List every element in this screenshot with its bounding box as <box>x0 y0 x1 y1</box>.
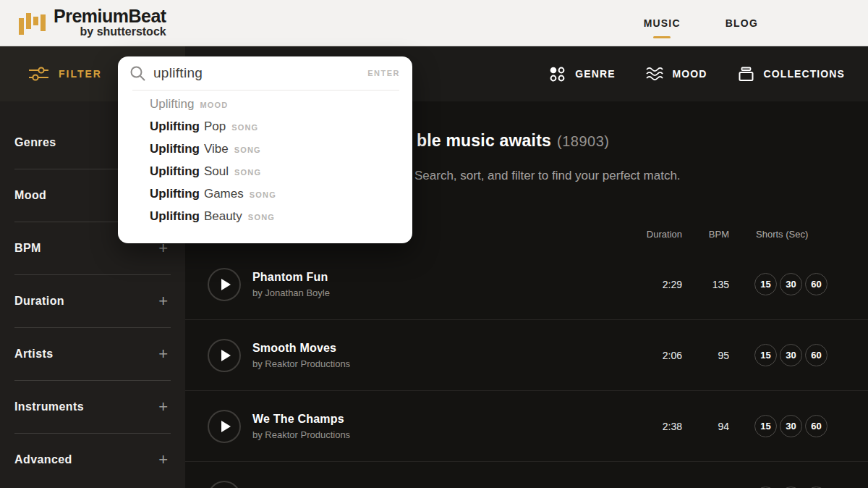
nav-music[interactable]: MUSIC <box>644 17 681 29</box>
suggestion-type-badge: SONG <box>234 168 261 177</box>
search-suggestion[interactable]: UpliftingGamesSONG <box>118 187 412 209</box>
nav-blog[interactable]: BLOG <box>726 17 758 29</box>
column-header-duration: Duration <box>617 229 682 240</box>
page-title: ble music awaits(18903) <box>417 131 609 151</box>
plus-icon[interactable]: + <box>158 346 168 362</box>
search-suggestion[interactable]: UpliftingMOOD <box>118 97 412 119</box>
sidebar-item-artists[interactable]: Artists+ <box>14 327 171 380</box>
collections-box-icon <box>738 67 754 82</box>
track-info: We The Champsby Reaktor Productions <box>252 413 350 440</box>
sidebar-item-duration[interactable]: Duration+ <box>14 274 171 327</box>
search-input[interactable]: uplifting <box>153 65 360 81</box>
track-row: Smooth Movesby Reaktor Productions2:0695… <box>185 320 868 391</box>
track-artist[interactable]: by Reaktor Productions <box>252 429 350 440</box>
collections-button[interactable]: COLLECTIONS <box>738 67 845 82</box>
track-duration: 2:06 <box>617 350 682 361</box>
brand-name: PremiumBeat <box>54 7 166 25</box>
shorts-cell: 153060 <box>729 415 827 437</box>
column-header-shorts: Shorts (Sec) <box>729 229 827 240</box>
genre-button[interactable]: GENRE <box>549 66 615 83</box>
suggestion-rest: Beauty <box>204 209 242 224</box>
search-suggestion[interactable]: UpliftingSoulSONG <box>118 164 412 187</box>
play-button[interactable] <box>208 268 241 301</box>
toolbar-actions: GENRE MOOD COLLECTIONS <box>549 46 845 101</box>
topbar-nav: MUSIC BLOG <box>644 0 758 46</box>
sidebar-item-label: Advanced <box>14 453 72 466</box>
suggestion-match: Uplifting <box>150 119 200 134</box>
sidebar-item-label: Duration <box>14 295 64 308</box>
suggestion-rest: Soul <box>204 164 229 179</box>
top-header: PremiumBeat by shutterstock MUSIC BLOG <box>0 0 868 46</box>
genre-grid-icon <box>549 66 566 83</box>
premiumbeat-logo[interactable]: PremiumBeat by shutterstock <box>19 7 166 38</box>
search-suggestion[interactable]: UpliftingVibeSONG <box>118 142 412 164</box>
equalizer-bars-icon <box>19 9 46 38</box>
track-duration: 2:38 <box>617 421 682 432</box>
play-icon <box>221 279 231 290</box>
brand-byline: by shutterstock <box>54 25 166 38</box>
mood-label: MOOD <box>673 68 707 80</box>
sidebar-item-instruments[interactable]: Instruments+ <box>14 380 171 433</box>
collections-label: COLLECTIONS <box>764 68 845 80</box>
search-icon <box>129 65 146 82</box>
shorts-option-button[interactable]: 30 <box>780 273 802 295</box>
sidebar-item-label: Genres <box>14 136 56 149</box>
shorts-option-button[interactable]: 30 <box>780 415 802 437</box>
column-header-bpm: BPM <box>682 229 729 240</box>
sidebar-item-advanced[interactable]: Advanced+ <box>14 433 171 486</box>
shorts-option-button[interactable]: 60 <box>805 415 827 437</box>
track-title[interactable]: Phantom Fun <box>252 271 330 284</box>
mood-button[interactable]: MOOD <box>646 67 707 81</box>
track-main-cell: Smooth Movesby Reaktor Productions <box>208 339 617 372</box>
track-bpm: 94 <box>682 421 729 432</box>
shorts-option-button[interactable]: 15 <box>754 344 777 366</box>
suggestion-type-badge: SONG <box>250 190 276 199</box>
track-title[interactable]: We The Champs <box>252 413 350 426</box>
shorts-option-button[interactable]: 60 <box>805 273 827 295</box>
premiumbeat-page: PremiumBeat by shutterstock MUSIC BLOG F… <box>0 0 868 488</box>
track-main-cell: We The Champsby Reaktor Productions <box>208 410 617 443</box>
suggestion-match: Uplifting <box>150 209 200 224</box>
genre-label: GENRE <box>575 68 615 80</box>
track-artist[interactable]: by Jonathan Boyle <box>252 287 330 298</box>
track-bpm: 95 <box>682 350 729 361</box>
shorts-option-button[interactable]: 15 <box>754 415 777 437</box>
play-button[interactable] <box>208 339 241 372</box>
plus-icon[interactable]: + <box>158 452 168 468</box>
search-input-row[interactable]: uplifting ENTER <box>118 56 412 90</box>
shorts-cell: 153060 <box>729 344 827 366</box>
sidebar-item-label: BPM <box>14 242 41 255</box>
filter-button[interactable]: FILTER <box>29 46 102 101</box>
search-suggestion[interactable]: UpliftingPopSONG <box>118 119 412 142</box>
shorts-option-button[interactable]: 60 <box>805 344 827 366</box>
suggestion-rest: Games <box>204 187 244 201</box>
play-button[interactable] <box>208 481 241 488</box>
plus-icon[interactable]: + <box>158 399 168 415</box>
suggestion-match: Uplifting <box>150 97 194 112</box>
shorts-option-button[interactable]: 15 <box>754 273 777 295</box>
suggestion-match: Uplifting <box>150 187 200 201</box>
shorts-option-button[interactable]: 30 <box>780 344 802 366</box>
mood-waves-icon <box>646 67 663 81</box>
sidebar-item-label: Instruments <box>14 400 84 413</box>
suggestion-type-badge: MOOD <box>200 101 228 109</box>
track-row: We The Champsby Reaktor Productions2:389… <box>185 391 868 462</box>
play-icon <box>221 350 231 361</box>
suggestion-type-badge: SONG <box>234 146 261 154</box>
sidebar-item-label: Artists <box>14 348 53 361</box>
play-button[interactable] <box>208 410 241 443</box>
sidebar-item-label: Mood <box>14 189 46 202</box>
filter-label: FILTER <box>59 68 102 80</box>
plus-icon[interactable]: + <box>158 293 168 309</box>
page-subtitle: Search, sort, and filter to find your pe… <box>414 169 681 183</box>
track-title[interactable]: Smooth Moves <box>252 342 350 355</box>
track-duration: 2:29 <box>617 279 682 290</box>
suggestion-match: Uplifting <box>150 142 200 156</box>
filter-sliders-icon <box>29 66 48 82</box>
track-artist[interactable]: by Reaktor Productions <box>252 358 350 369</box>
track-row: Cafe Lounge153060 <box>185 462 868 488</box>
play-icon <box>221 421 231 432</box>
suggestion-rest: Pop <box>204 119 226 134</box>
track-info: Smooth Movesby Reaktor Productions <box>252 342 350 369</box>
search-suggestion[interactable]: UpliftingBeautySONG <box>118 209 412 232</box>
